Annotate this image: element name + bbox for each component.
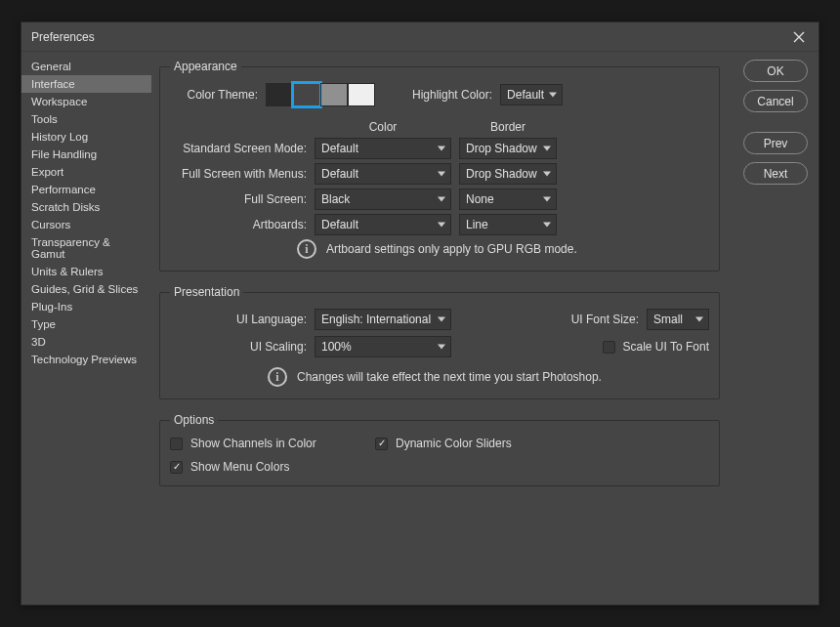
theme-swatch-3[interactable] [348, 83, 375, 106]
options-legend: Options [170, 413, 218, 427]
artboards-border-dropdown[interactable]: Line [459, 214, 557, 235]
chevron-down-icon [438, 197, 445, 202]
scale-ui-to-font-checkbox[interactable]: Scale UI To Font [603, 340, 710, 354]
scale-ui-to-font-label: Scale UI To Font [623, 340, 710, 354]
color-theme-swatches [266, 83, 375, 106]
appearance-group: Appearance Color Theme: Highlight Color:… [159, 60, 720, 272]
checkbox-box [375, 438, 388, 450]
prev-button[interactable]: Prev [743, 132, 808, 154]
chevron-down-icon [543, 146, 551, 151]
sidebar-item-general[interactable]: General [21, 58, 151, 75]
checkbox-box [170, 461, 183, 474]
ui-scaling-dropdown[interactable]: 100% [315, 336, 451, 357]
sidebar-item-3d[interactable]: 3D [21, 333, 151, 351]
sidebar-item-performance[interactable]: Performance [21, 181, 151, 198]
ok-button[interactable]: OK [743, 60, 808, 82]
option-show-channels-in-color[interactable]: Show Channels in Color [170, 437, 356, 450]
chevron-down-icon [543, 223, 551, 228]
standard-screen-border-dropdown[interactable]: Drop Shadow [459, 138, 557, 159]
sidebar-item-type[interactable]: Type [21, 315, 151, 333]
theme-swatch-1[interactable] [293, 83, 320, 106]
dialog-title: Preferences [31, 30, 789, 44]
fullscreen-color-dropdown[interactable]: Black [315, 188, 451, 210]
color-theme-label: Color Theme: [170, 88, 258, 102]
fullscreen-menus-color-dropdown[interactable]: Default [315, 163, 451, 185]
presentation-group: Presentation UI Language: English: Inter… [159, 285, 720, 399]
sidebar-item-tools[interactable]: Tools [21, 110, 151, 128]
option-label: Show Menu Colors [190, 460, 289, 474]
fullscreen-border-dropdown[interactable]: None [459, 188, 557, 210]
chevron-down-icon [438, 317, 445, 322]
button-column: OK Cancel Prev Next [728, 52, 818, 605]
fullscreen-label: Full Screen: [170, 192, 307, 206]
option-label: Show Channels in Color [190, 437, 316, 450]
chevron-down-icon [695, 317, 703, 322]
appearance-legend: Appearance [170, 60, 241, 73]
chevron-down-icon [438, 223, 445, 228]
titlebar: Preferences [21, 22, 819, 52]
option-label: Dynamic Color Sliders [396, 437, 512, 450]
sidebar-item-units-rulers[interactable]: Units & Rulers [21, 263, 151, 280]
sidebar-item-technology-previews[interactable]: Technology Previews [21, 351, 151, 368]
ui-language-dropdown[interactable]: English: International [315, 309, 451, 330]
standard-screen-color-dropdown[interactable]: Default [315, 138, 451, 159]
theme-swatch-0[interactable] [266, 83, 293, 106]
column-header-color: Color [315, 120, 451, 134]
fullscreen-menus-label: Full Screen with Menus: [170, 167, 307, 181]
chevron-down-icon [549, 93, 557, 98]
sidebar-item-workspace[interactable]: Workspace [21, 93, 151, 110]
chevron-down-icon [543, 197, 551, 202]
sidebar-item-transparency-gamut[interactable]: Transparency & Gamut [21, 233, 151, 263]
chevron-down-icon [438, 146, 445, 151]
cancel-button[interactable]: Cancel [743, 90, 808, 112]
standard-screen-label: Standard Screen Mode: [170, 142, 307, 155]
column-header-border: Border [459, 120, 557, 134]
sidebar-item-file-handling[interactable]: File Handling [21, 146, 151, 163]
sidebar: GeneralInterfaceWorkspaceToolsHistory Lo… [21, 52, 151, 605]
ui-scaling-label: UI Scaling: [170, 340, 307, 354]
main-panel: Appearance Color Theme: Highlight Color:… [151, 52, 728, 605]
options-group: Options Show Channels in ColorDynamic Co… [159, 413, 720, 486]
close-button[interactable] [789, 29, 809, 45]
checkbox-box [170, 438, 183, 450]
next-button[interactable]: Next [743, 162, 808, 185]
artboards-label: Artboards: [170, 218, 307, 231]
fullscreen-menus-border-dropdown[interactable]: Drop Shadow [459, 163, 557, 185]
theme-swatch-2[interactable] [320, 83, 348, 106]
ui-language-label: UI Language: [170, 313, 307, 326]
sidebar-item-cursors[interactable]: Cursors [21, 216, 151, 233]
artboards-color-dropdown[interactable]: Default [315, 214, 451, 235]
info-icon: i [268, 367, 287, 387]
appearance-info-text: Artboard settings only apply to GPU RGB … [326, 242, 577, 256]
presentation-info-text: Changes will take effect the next time y… [297, 370, 602, 384]
chevron-down-icon [438, 345, 445, 350]
checkbox-box [603, 341, 615, 354]
sidebar-item-plug-ins[interactable]: Plug-Ins [21, 298, 151, 315]
ui-font-size-dropdown[interactable]: Small [647, 309, 709, 330]
chevron-down-icon [438, 172, 445, 177]
sidebar-item-interface[interactable]: Interface [21, 75, 151, 93]
sidebar-item-export[interactable]: Export [21, 163, 151, 181]
info-icon: i [297, 239, 316, 259]
ui-font-size-label: UI Font Size: [571, 313, 639, 326]
preferences-dialog: Preferences GeneralInterfaceWorkspaceToo… [21, 21, 819, 606]
highlight-color-value: Default [507, 88, 544, 102]
option-show-menu-colors[interactable]: Show Menu Colors [170, 460, 356, 474]
highlight-color-label: Highlight Color: [412, 88, 492, 102]
option-dynamic-color-sliders[interactable]: Dynamic Color Sliders [375, 437, 709, 450]
highlight-color-dropdown[interactable]: Default [500, 84, 563, 105]
presentation-legend: Presentation [170, 285, 243, 299]
sidebar-item-history-log[interactable]: History Log [21, 128, 151, 146]
sidebar-item-guides-grid-slices[interactable]: Guides, Grid & Slices [21, 280, 151, 298]
sidebar-item-scratch-disks[interactable]: Scratch Disks [21, 198, 151, 216]
chevron-down-icon [543, 172, 551, 177]
